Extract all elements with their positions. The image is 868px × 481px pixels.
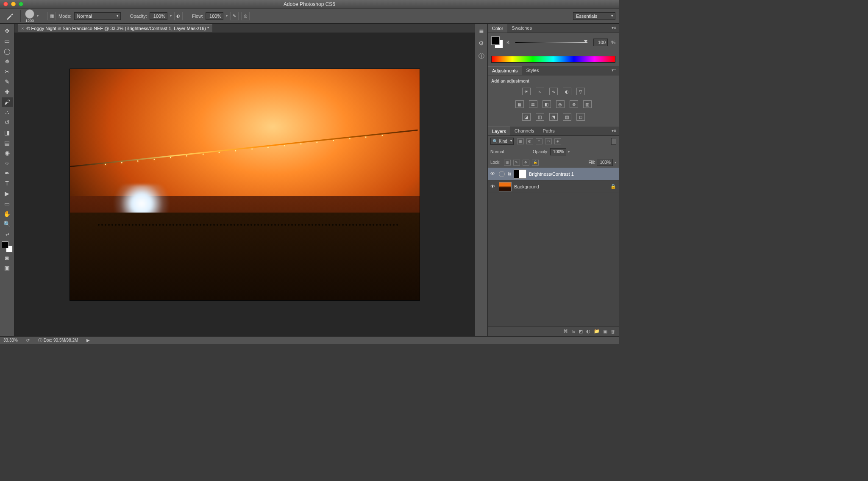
opacity-input[interactable]: 100% [150,12,167,20]
brush-preset-picker[interactable]: 1200 [25,9,34,23]
lock-all-icon[interactable]: 🔒 [532,160,539,166]
canvas-viewport[interactable] [14,33,475,336]
add-mask-icon[interactable]: ◩ [579,329,583,334]
history-panel-icon[interactable]: ≣ [479,27,484,34]
posterize-icon[interactable]: ◫ [536,113,544,121]
eyedropper-tool-icon[interactable]: ✎ [2,77,13,86]
type-tool-icon[interactable]: T [2,179,13,188]
layer-opacity-input[interactable]: 100% [550,148,566,155]
tablet-pressure-size-icon[interactable]: ◎ [241,12,250,20]
link-layers-icon[interactable]: ⌘ [563,329,568,334]
fill-input[interactable]: 100% [597,159,613,166]
hue-sat-icon[interactable]: ▦ [515,100,524,108]
quick-select-tool-icon[interactable]: ✵ [2,57,13,66]
link-mask-icon[interactable]: ⛓ [507,172,511,176]
marquee-tool-icon[interactable]: ▭ [2,36,13,46]
blur-tool-icon[interactable]: ◉ [2,148,13,158]
layer-row[interactable]: 👁 ⛓ Brightness/Contrast 1 [488,168,619,180]
adjustment-layer-icon[interactable] [499,171,505,177]
color-spectrum-ramp[interactable] [491,56,615,63]
adjustments-panel-menu-icon[interactable]: ▾≡ [609,66,619,75]
lock-position-icon[interactable]: ✥ [523,160,529,166]
invert-icon[interactable]: ◪ [522,113,531,121]
crop-tool-icon[interactable]: ✂ [2,67,13,76]
swap-colors-icon[interactable]: ⇄ [2,229,13,239]
filter-toggle[interactable] [611,138,616,145]
levels-icon[interactable]: ⊾ [536,88,544,95]
bw-icon[interactable]: ◧ [542,100,551,108]
path-select-tool-icon[interactable]: ▶ [2,189,13,198]
filter-pixel-icon[interactable]: ▦ [517,138,524,144]
brightness-contrast-icon[interactable]: ☀ [522,88,531,95]
zoom-tool-icon[interactable]: 🔍 [2,219,13,229]
gradient-tool-icon[interactable]: ▤ [2,138,13,147]
move-tool-icon[interactable]: ✥ [2,26,13,36]
layer-thumbnail[interactable] [499,182,512,191]
gradient-map-icon[interactable]: ▤ [563,113,571,121]
color-slider[interactable] [515,42,587,43]
screen-mode-icon[interactable]: ▣ [2,263,13,273]
color-panel-menu-icon[interactable]: ▾≡ [609,24,619,33]
lasso-tool-icon[interactable]: ◯ [2,47,13,56]
zoom-level[interactable]: 33.33% [3,338,18,343]
tab-color[interactable]: Color [488,24,507,33]
tablet-pressure-opacity-icon[interactable]: ◐ [174,12,183,20]
tab-paths[interactable]: Paths [539,127,559,135]
doc-info-arrow-icon[interactable]: ▶ [86,338,90,343]
filter-smart-icon[interactable]: ◈ [554,138,561,144]
channel-mixer-icon[interactable]: ⊕ [570,100,578,108]
layer-name[interactable]: Brightness/Contrast 1 [529,171,574,177]
filter-type-icon[interactable]: T [536,138,542,144]
layer-mask-thumbnail[interactable] [514,169,526,179]
quick-mask-icon[interactable]: ◙ [2,253,13,263]
brush-panel-toggle-icon[interactable]: ▦ [47,12,56,20]
color-balance-icon[interactable]: ⚖ [529,100,537,108]
clone-stamp-tool-icon[interactable]: ⛬ [2,108,13,117]
blend-mode-dropdown[interactable]: Normal [74,12,121,20]
document-tab[interactable]: × © Foggy Night in San Francisco.NEF @ 3… [18,24,212,32]
visibility-toggle-icon[interactable]: 👁 [490,184,496,190]
layer-blend-mode-dropdown[interactable]: Normal [490,149,531,154]
brush-tool-icon[interactable]: 🖌 [2,97,13,107]
info-panel-icon[interactable]: ⓘ [479,53,484,60]
eraser-tool-icon[interactable]: ◨ [2,128,13,137]
threshold-icon[interactable]: ⬔ [549,113,558,121]
hand-tool-icon[interactable]: ✋ [2,209,13,218]
tab-swatches[interactable]: Swatches [507,24,536,33]
new-adjustment-layer-icon[interactable]: ◐ [586,329,590,334]
filter-adjust-icon[interactable]: ◐ [526,138,533,144]
new-layer-icon[interactable]: ▣ [603,329,607,334]
layer-row[interactable]: 👁 Background 🔒 [488,180,619,193]
brush-tool-indicator[interactable] [3,11,16,22]
exposure-icon[interactable]: ◐ [563,88,571,95]
workspace-switcher[interactable]: Essentials [573,12,615,20]
layers-panel-menu-icon[interactable]: ▾≡ [609,127,619,135]
tab-adjustments[interactable]: Adjustments [488,66,522,75]
visibility-toggle-icon[interactable]: 👁 [490,171,496,177]
vibrance-icon[interactable]: ▽ [576,88,585,95]
pen-tool-icon[interactable]: ✒ [2,169,13,178]
doc-size[interactable]: ⓘ Doc: 90.5M/98.2M [38,337,78,343]
photo-filter-icon[interactable]: ◎ [556,100,565,108]
foreground-background-colors[interactable] [2,241,13,252]
color-lookup-icon[interactable]: ▥ [583,100,592,108]
selective-color-icon[interactable]: ◻ [576,113,585,121]
flow-input[interactable]: 100% [206,12,223,20]
healing-brush-tool-icon[interactable]: ✚ [2,87,13,97]
history-brush-tool-icon[interactable]: ↺ [2,118,13,127]
dodge-tool-icon[interactable]: ☼ [2,158,13,168]
new-group-icon[interactable]: 📁 [594,329,600,334]
properties-panel-icon[interactable]: ⚙ [479,40,484,47]
delete-layer-icon[interactable]: 🗑 [611,329,615,334]
doc-info-icon[interactable]: ⟳ [26,338,30,343]
shape-tool-icon[interactable]: ▭ [2,199,13,208]
layer-name[interactable]: Background [514,184,539,189]
color-fg-bg[interactable] [491,36,503,48]
tab-channels[interactable]: Channels [510,127,538,135]
curves-icon[interactable]: ∿ [549,88,558,95]
color-value-input[interactable]: 100 [593,39,608,46]
tab-layers[interactable]: Layers [488,127,510,135]
lock-pixels-icon[interactable]: ✎ [513,160,520,166]
tab-styles[interactable]: Styles [522,66,543,75]
close-tab-icon[interactable]: × [21,26,24,31]
